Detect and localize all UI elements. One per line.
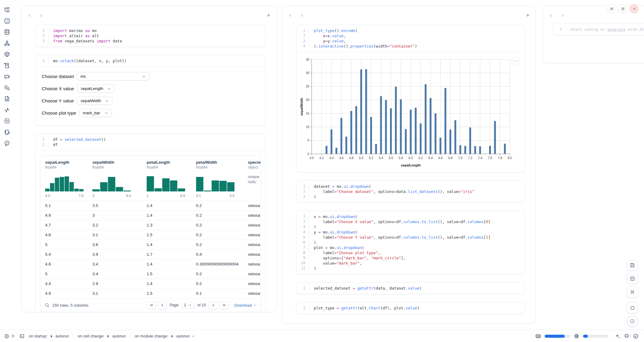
code-editor[interactable]: import marimo as moimport altair as altf…: [49, 28, 122, 44]
choose-y-value-select[interactable]: sepalWidth: [77, 97, 113, 105]
sidebar-item-package[interactable]: [4, 51, 10, 57]
command-button[interactable]: [627, 287, 638, 297]
zap-icon: [170, 334, 174, 338]
line-numbers: 1: [553, 27, 566, 32]
svg-text:7.0: 7.0: [458, 156, 463, 160]
svg-text:8.0: 8.0: [508, 156, 512, 160]
chevron-left-icon[interactable]: [288, 14, 292, 17]
chart-actions-button[interactable]: [512, 57, 520, 65]
column-histogram: [45, 174, 84, 191]
settings-button[interactable]: [618, 4, 627, 13]
svg-text:4.8: 4.8: [349, 156, 353, 160]
search-icon[interactable]: [45, 303, 49, 308]
notebook-column-3: 1 Start coding or generate with AI: [543, 5, 644, 63]
next-page-button[interactable]: [209, 301, 217, 309]
chevron-right-icon[interactable]: [561, 14, 564, 17]
table-row[interactable]: 4.63.11.50.2setosa: [40, 230, 261, 240]
shutdown-button[interactable]: [630, 4, 639, 13]
layout-button[interactable]: [627, 273, 638, 284]
download-button[interactable]: Download: [234, 303, 257, 308]
last-page-button[interactable]: [220, 301, 228, 309]
sidebar-item-file-text[interactable]: [4, 96, 10, 102]
svg-text:6.2: 6.2: [419, 156, 423, 160]
ai-sparkles-icon[interactable]: [615, 333, 620, 339]
add-cell-button[interactable]: [267, 13, 271, 17]
zap-icon: [49, 334, 54, 338]
sidebar-item-scroll-text[interactable]: [4, 62, 10, 69]
sidebar-item-activity[interactable]: [4, 107, 10, 113]
generate-link[interactable]: generate: [607, 27, 625, 32]
code-editor[interactable]: dataset = mo.ui.dropdown( label="Choose …: [309, 184, 474, 199]
column-header[interactable]: petalWidthfloat640.12.5: [191, 156, 243, 201]
sidebar-item-sitemap[interactable]: [4, 40, 10, 46]
sidebar-item-help-circle[interactable]: ?: [4, 140, 10, 146]
cell-imports: 123import marimo as moimport altair as a…: [35, 25, 266, 47]
connection-status-icon[interactable]: [633, 333, 639, 339]
table-row[interactable]: 5.43.91.70.4setosa: [40, 249, 261, 259]
copilot-icon[interactable]: [624, 333, 629, 339]
chevron-left-icon[interactable]: [549, 14, 553, 17]
table-row[interactable]: 4.931.40.2setosa: [40, 210, 261, 220]
play-button[interactable]: [627, 316, 638, 327]
code-editor[interactable]: selected_dataset = getattr(data, dataset…: [309, 286, 422, 291]
cell-plot: 1⌄234plot_type().encode( x=x.value, y=y.…: [296, 25, 525, 173]
code-editor[interactable]: plot_type().encode( x=x.value, y=y.value…: [309, 28, 417, 49]
page-select[interactable]: 1: [181, 302, 195, 308]
column-histogram: [147, 174, 185, 191]
cell-vstack: 1mo.vstack([dataset, x, y, plot]) Choose…: [35, 55, 266, 126]
code-editor[interactable]: mo.vstack([dataset, x, y, plot]): [49, 58, 127, 63]
square-button[interactable]: [627, 302, 638, 313]
svg-text:0: 0: [307, 152, 309, 156]
cpu-icon: [574, 333, 579, 339]
sidebar-item-scratchpad[interactable]: [4, 129, 10, 135]
choose-dataset-select[interactable]: iris: [77, 72, 149, 80]
line-numbers: 12: [36, 137, 49, 147]
chevron-right-icon[interactable]: [300, 14, 304, 17]
add-cell-button[interactable]: [526, 13, 530, 17]
autorun-on-cell-change[interactable]: on cell change: autorun: [73, 334, 130, 338]
table-row[interactable]: 53.41.50.2setosa: [40, 269, 261, 279]
sidebar-item-database[interactable]: [4, 29, 10, 35]
sidebar-item-snippets[interactable]: [4, 118, 10, 124]
column-nav: [28, 14, 43, 17]
previous-page-button[interactable]: [158, 301, 167, 309]
code-editor[interactable]: plot_type = getattr(alt.Chart(df), plot.…: [309, 305, 419, 311]
errors-icon[interactable]: [4, 334, 9, 339]
chevron-down-icon: [142, 75, 146, 78]
autorun-on-startup[interactable]: on startup: autorun: [24, 334, 73, 338]
choose-x-value-select[interactable]: sepalLength: [77, 84, 115, 93]
column-header[interactable]: speciesobjectuniquenulls:: [243, 156, 261, 201]
chevron-down-icon: [107, 87, 111, 91]
column-header[interactable]: sepalWidthfloat6424.4: [88, 156, 142, 201]
code-editor[interactable]: df = selected_dataset()df: [49, 137, 106, 147]
chevron-right-icon[interactable]: [39, 14, 43, 17]
table-row[interactable]: 4.42.91.40.2setosa: [40, 279, 261, 288]
save-button[interactable]: [627, 260, 638, 271]
menu-button[interactable]: [607, 4, 616, 13]
sidebar-item-bot-message[interactable]: [4, 73, 10, 80]
dropdown-row: Choose plot type mark_bar: [42, 109, 259, 117]
svg-text:5.6: 5.6: [389, 156, 393, 160]
code-editor[interactable]: Start coding or generate with AI: [566, 27, 644, 32]
svg-text:sepalWidth: sepalWidth: [300, 98, 303, 116]
chevron-left-icon[interactable]: [28, 14, 31, 17]
autorun-on-module-change[interactable]: on module change: autorun: [130, 334, 199, 338]
table-row[interactable]: 53.61.40.2setosa: [40, 240, 261, 249]
terminal-icon[interactable]: [20, 334, 24, 339]
table-row[interactable]: 4.63.41.40.30000000000000004setosa: [40, 259, 261, 269]
table-row[interactable]: 4.93.11.50.1setosa: [40, 288, 261, 298]
column-header[interactable]: sepalLengthfloat644.37.9: [40, 156, 88, 201]
sidebar-item-logs-search[interactable]: [4, 85, 10, 91]
table-row[interactable]: 5.13.51.40.2setosa: [40, 201, 261, 210]
svg-text:6.4: 6.4: [428, 156, 433, 160]
svg-text:10: 10: [306, 125, 309, 129]
sidebar-item-file-tree[interactable]: [4, 7, 10, 13]
line-numbers: 1⌄234⌄567⌄891011: [296, 214, 309, 271]
first-page-button[interactable]: [147, 301, 156, 309]
vega-bar-chart[interactable]: 4.04.24.44.64.85.05.25.45.65.86.06.26.46…: [299, 56, 513, 169]
choose-plot-type-select[interactable]: mark_bar: [79, 109, 112, 117]
sidebar-item-function-square[interactable]: f: [4, 18, 10, 24]
column-header[interactable]: petalLengthfloat6416.9: [142, 156, 191, 201]
code-editor[interactable]: x = mo.ui.dropdown( label="Choose X valu…: [309, 214, 491, 271]
table-row[interactable]: 4.73.21.30.2setosa: [40, 220, 261, 230]
